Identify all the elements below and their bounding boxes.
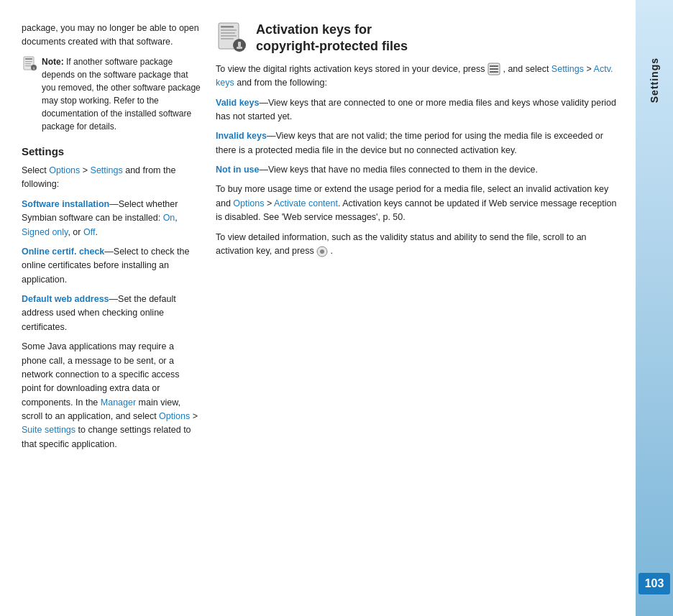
svg-rect-1 [25,58,32,60]
right-heading-block: Activation keys forcopyright-protected f… [216,22,621,55]
java-para: Some Java applications may require a pho… [22,340,201,451]
doc-icon [216,22,247,53]
default-para: Default web address—Set the default addr… [22,293,201,334]
note-text: Note: If another software package depend… [42,55,201,133]
off-label: Off [83,227,95,237]
activate-link: Activate content [274,198,338,208]
svg-rect-2 [25,61,32,62]
svg-rect-12 [221,38,234,40]
notinuse-term: Not in use [216,165,259,175]
valid-para: Valid keys—View keys that are connected … [216,96,621,124]
right-heading: Activation keys forcopyright-protected f… [256,22,408,55]
svg-rect-3 [25,63,31,64]
note-label: Note: [42,57,64,67]
online-para: Online certif. check—Select to check the… [22,245,201,287]
sidebar: Settings 103 [636,0,673,616]
online-term: Online certif. check [22,247,104,257]
intro-text: package, you may no longer be able to op… [22,22,201,50]
settings-link: Settings [91,165,123,175]
page-number-block: 103 [636,573,673,594]
right-intro: To view the digital rights activation ke… [216,63,621,91]
svg-rect-4 [25,65,32,66]
options-link: Options [49,165,80,175]
notinuse-para: Not in use—View keys that have no media … [216,163,621,177]
signed-label: Signed only [22,227,68,237]
svg-point-21 [320,249,324,254]
svg-rect-19 [490,71,498,73]
svg-rect-14 [238,42,241,47]
default-term: Default web address [22,294,109,304]
settings-link2: Settings [551,64,584,74]
suite-settings-link: Suite settings [22,425,75,435]
valid-term: Valid keys [216,98,259,108]
menu-icon [487,63,500,75]
svg-rect-8 [221,26,234,28]
on-label: On [163,213,175,223]
buy-para: To buy more usage time or extend the usa… [216,183,621,224]
manager-link: Manager [101,397,136,408]
note-icon: i [22,56,37,72]
note-body: If another software package depends on t… [42,57,201,132]
svg-rect-15 [237,47,242,49]
svg-rect-11 [221,35,237,37]
sidebar-label: Settings [649,58,660,103]
options-link2: Options [159,411,190,421]
svg-rect-18 [490,68,498,70]
page-number: 103 [638,573,670,594]
invalid-term: Invalid keys [216,131,267,141]
svg-rect-10 [221,32,235,34]
svg-rect-9 [221,29,237,31]
heading-text: Activation keys forcopyright-protected f… [256,22,408,55]
options-link3: Options [233,198,264,208]
software-para: Software installation—Select whether Sym… [22,198,201,239]
view-para: To view detailed information, such as th… [216,231,621,259]
software-term: Software installation [22,199,109,209]
settings-intro: Select Options > Settings and from the f… [22,164,201,192]
note-block: i Note: If another software package depe… [22,55,201,133]
svg-rect-17 [490,65,498,67]
settings-heading: Settings [22,143,201,160]
invalid-para: Invalid keys—View keys that are not vali… [216,129,621,157]
select-icon [316,246,328,257]
